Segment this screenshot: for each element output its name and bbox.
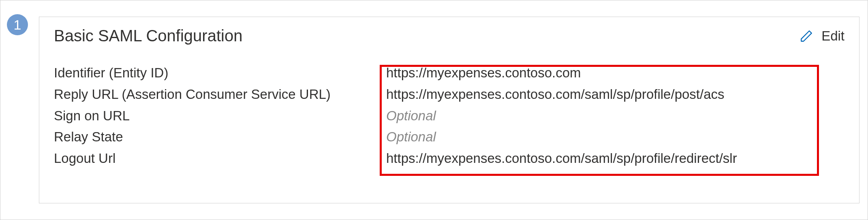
value-reply-url: https://myexpenses.contoso.com/saml/sp/p… — [386, 84, 844, 105]
row-identifier: Identifier (Entity ID) https://myexpense… — [54, 63, 844, 83]
card-title: Basic SAML Configuration — [54, 27, 242, 45]
label-reply-url: Reply URL (Assertion Consumer Service UR… — [54, 84, 386, 105]
step-column: 1 — [0, 0, 39, 220]
step-number-badge: 1 — [7, 14, 28, 35]
card-header: Basic SAML Configuration Edit — [54, 27, 844, 45]
row-sign-on-url: Sign on URL Optional — [54, 106, 844, 126]
basic-saml-config-card: Basic SAML Configuration Edit Identifier… — [39, 17, 859, 203]
label-sign-on-url: Sign on URL — [54, 106, 386, 126]
value-sign-on-url: Optional — [386, 106, 844, 126]
step-number: 1 — [14, 17, 21, 33]
label-logout-url: Logout Url — [54, 148, 386, 169]
row-relay-state: Relay State Optional — [54, 127, 844, 147]
row-reply-url: Reply URL (Assertion Consumer Service UR… — [54, 84, 844, 105]
value-logout-url: https://myexpenses.contoso.com/saml/sp/p… — [386, 148, 844, 169]
saml-config-panel: 1 Basic SAML Configuration Edit Identifi… — [0, 0, 868, 220]
pencil-icon — [800, 29, 813, 43]
config-rows: Identifier (Entity ID) https://myexpense… — [54, 63, 844, 169]
value-relay-state: Optional — [386, 127, 844, 147]
label-relay-state: Relay State — [54, 127, 386, 147]
label-identifier: Identifier (Entity ID) — [54, 63, 386, 83]
edit-button-label: Edit — [821, 28, 844, 44]
row-logout-url: Logout Url https://myexpenses.contoso.co… — [54, 148, 844, 169]
edit-button[interactable]: Edit — [800, 28, 844, 44]
value-identifier: https://myexpenses.contoso.com — [386, 63, 844, 83]
